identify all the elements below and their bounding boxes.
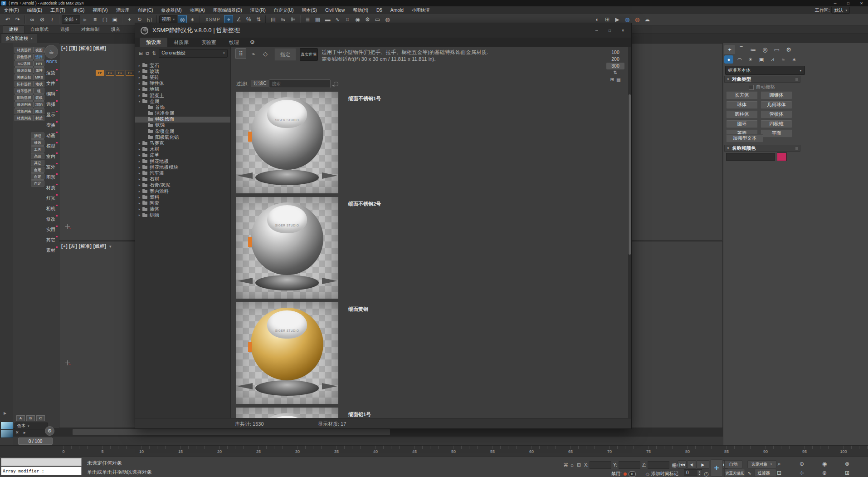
material-node-view-icon[interactable]: ⌁: [248, 48, 259, 59]
transform-gizmo-icon[interactable]: ⌘: [563, 462, 568, 468]
sidebar-button-拓补选择[interactable]: 拓补选择: [15, 81, 34, 87]
material-name-label[interactable]: 缎面不锈钢2号: [348, 201, 381, 207]
sidebar-button-相等选择[interactable]: 相等选择: [15, 88, 34, 94]
sidebar-button-清理[interactable]: 清理: [31, 133, 44, 139]
sidebar-button-MC选择[interactable]: MC选择: [15, 60, 34, 67]
redo-icon[interactable]: ↷: [13, 15, 22, 24]
sidebar-label-选择[interactable]: 选择: [46, 101, 55, 108]
zoom-all-icon[interactable]: ⊕: [796, 459, 807, 468]
sidebar-label-文件[interactable]: 文件: [46, 80, 55, 87]
tree-caret-icon[interactable]: ▸: [137, 160, 141, 163]
maxscript-mini-listener[interactable]: Array modifier :: [1, 458, 82, 476]
sort-icon[interactable]: ⇅: [152, 50, 156, 56]
xsmp-scrollbar[interactable]: [628, 47, 631, 418]
menu-item-渲染(R)[interactable]: 渲染(R): [246, 6, 270, 14]
absolute-offset-toggle-icon[interactable]: ⊞: [577, 462, 581, 468]
xsmp-minimize-button[interactable]: ─: [590, 27, 603, 34]
sidebar-button-关联选择[interactable]: 关联选择: [15, 74, 34, 80]
key-filter-dropdown[interactable]: 选定对象▼: [747, 460, 776, 468]
tree-item-首饰[interactable]: 首饰: [135, 104, 230, 110]
tree-item-马赛克[interactable]: ▸马赛克: [135, 140, 230, 146]
tree-caret-icon[interactable]: ▸: [137, 202, 141, 205]
cat-cameras[interactable]: ▣: [757, 55, 766, 64]
primitive-button-四棱锥[interactable]: 四棱锥: [761, 120, 792, 128]
key-filters-button[interactable]: 过滤器...: [755, 469, 776, 477]
sidebar-button-高级[interactable]: 高级: [31, 153, 44, 159]
maximize-viewport-icon[interactable]: ⊞: [842, 468, 853, 477]
menu-item-脚本(S)[interactable]: 脚本(S): [298, 6, 321, 14]
sidebar-button-视图[interactable]: 视图: [34, 47, 44, 53]
sidebar-button-修改[interactable]: 修改: [31, 139, 44, 146]
menu-item-组(G)[interactable]: 组(G): [69, 6, 88, 14]
listener-script-line[interactable]: Array modifier :: [1, 467, 82, 475]
tree-caret-icon[interactable]: ▾: [137, 100, 141, 103]
menu-item-自定义(U)[interactable]: 自定义(U): [270, 6, 298, 14]
sidebar-button-属性[interactable]: 属性: [34, 67, 44, 74]
time-configuration-icon[interactable]: ◷: [704, 471, 708, 477]
primitive-button-平面[interactable]: 平面: [761, 129, 792, 138]
menu-item-创建(C)[interactable]: 创建(C): [134, 6, 157, 14]
tree-item-杂项金属[interactable]: 杂项金属: [135, 128, 230, 134]
fp-badge-F1[interactable]: F1: [116, 70, 124, 76]
menu-item-帮助(H)[interactable]: 帮助(H): [349, 6, 372, 14]
tree-caret-icon[interactable]: ▸: [137, 183, 141, 187]
material-thumbnail[interactable]: SIGER STUDIO: [236, 408, 338, 418]
tree-item-皮革[interactable]: ▸皮革: [135, 152, 230, 158]
add-time-tag[interactable]: ◇ 添加时间标记: [646, 471, 678, 477]
real-world-scale-button[interactable]: 真实世界: [300, 48, 318, 61]
sidebar-button-材质列表[interactable]: 材质列表: [15, 115, 34, 121]
tree-item-金属[interactable]: ▾金属: [135, 98, 230, 104]
duplicate-folder-icon[interactable]: ⧉: [146, 50, 149, 56]
teapot-icon[interactable]: ☕: [44, 45, 58, 59]
tree-caret-icon[interactable]: ▸: [137, 82, 141, 85]
tree-caret-icon[interactable]: ▸: [137, 64, 141, 68]
checkbox-icon[interactable]: [749, 85, 754, 90]
menu-item-动画(A)[interactable]: 动画(A): [186, 6, 209, 14]
xsmp-tab-纹理[interactable]: 纹理: [223, 38, 245, 47]
workspace-dropdown[interactable]: 默认▾: [831, 7, 850, 14]
filter-l-label[interactable]: 过滤L: [236, 81, 249, 87]
sidebar-button-自定[interactable]: 自定: [31, 167, 44, 173]
disable-toggle-row[interactable]: 禁用: 0: [611, 471, 636, 477]
menu-item-工具(T)[interactable]: 工具(T): [46, 6, 69, 14]
tree-caret-icon[interactable]: ▸: [137, 196, 141, 199]
set-keys-button[interactable]: +: [710, 459, 723, 477]
sidebar-label-实用[interactable]: 实用: [46, 226, 55, 233]
quad-button-C[interactable]: C: [36, 415, 45, 421]
tree-item-室内涂料[interactable]: ▸室内涂料: [135, 188, 230, 194]
sidebar-label-编辑[interactable]: 编辑: [46, 91, 55, 97]
cloud-render-icon[interactable]: ☁: [643, 15, 652, 24]
tree-caret-icon[interactable]: ▸: [137, 148, 141, 151]
zoom-extents-all-icon[interactable]: ⊛: [842, 459, 853, 468]
tree-caret-icon[interactable]: ▸: [137, 88, 141, 91]
primitive-button-圆柱体[interactable]: 圆柱体: [726, 110, 758, 118]
tree-caret-icon[interactable]: ▸: [137, 76, 141, 79]
material-thumbnail[interactable]: SIGER STUDIO: [236, 92, 338, 193]
sidebar-label-图形[interactable]: 图形: [46, 174, 55, 181]
sidebar-button-塌陷[interactable]: 塌陷: [34, 101, 44, 108]
cat-helpers[interactable]: ⊿: [768, 55, 777, 64]
cat-systems[interactable]: ∗: [790, 55, 799, 64]
set-key-button[interactable]: 设置关键点: [724, 469, 745, 477]
menu-item-视图(V)[interactable]: 视图(V): [88, 6, 112, 14]
primitive-button-球体[interactable]: 球体: [726, 101, 758, 109]
cat-spacewarps[interactable]: ≈: [779, 55, 788, 64]
tree-caret-icon[interactable]: ▸: [137, 190, 141, 193]
fp-badge-F1[interactable]: F1: [126, 70, 134, 76]
thumbnail-grid-view-icon[interactable]: ⠿: [235, 48, 246, 59]
tree-item-汽车漆[interactable]: ▸汽车漆: [135, 170, 230, 176]
sidebar-button-材质[interactable]: 材质: [34, 115, 44, 121]
material-thumbnail[interactable]: SIGER STUDIO: [236, 197, 338, 299]
pan-icon[interactable]: ⊹: [796, 468, 807, 477]
primitive-button-几何球体[interactable]: 几何球体: [761, 101, 792, 109]
sidebar-button-工具[interactable]: 工具: [31, 146, 44, 152]
search-input[interactable]: [269, 81, 334, 86]
frame-spinner[interactable]: ▲▼: [697, 470, 702, 476]
time-slider-thumb[interactable]: 0 / 100: [18, 438, 53, 445]
tree-caret-icon[interactable]: ▸: [137, 153, 141, 157]
sidebar-button-自定[interactable]: 自定: [31, 173, 44, 180]
tree-caret-icon[interactable]: ▸: [137, 70, 141, 74]
tree-item-陶瓷[interactable]: ▸陶瓷: [135, 200, 230, 206]
sidebar-label-RDF3[interactable]: RDF3: [46, 59, 57, 64]
tree-item-混凝土[interactable]: ▸混凝土: [135, 93, 230, 98]
